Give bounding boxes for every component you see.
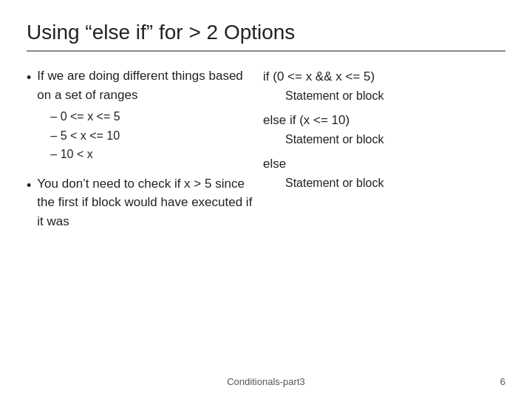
slide-title: Using “else if” for > 2 Options bbox=[27, 21, 505, 44]
code-line-2: else if (x <= 10) bbox=[263, 110, 505, 130]
footer-page-number: 6 bbox=[500, 376, 505, 387]
code-indent-1: Statement or block bbox=[285, 86, 505, 106]
code-indent-3: Statement or block bbox=[285, 174, 505, 193]
slide: Using “else if” for > 2 Options • If we … bbox=[0, 0, 532, 399]
bullet-item-1: • If we are doing different things based… bbox=[27, 66, 256, 164]
content-row: • If we are doing different things based… bbox=[27, 66, 505, 235]
bullet-item-2: • You don’t need to check if x > 5 since… bbox=[27, 174, 256, 231]
title-area: Using “else if” for > 2 Options bbox=[27, 21, 505, 52]
sub-list: 0 <= x <= 5 5 < x <= 10 10 < x bbox=[50, 107, 256, 164]
sub-item-1: 0 <= x <= 5 bbox=[50, 107, 256, 126]
right-column: if (0 <= x && x <= 5) Statement or block… bbox=[256, 66, 505, 192]
sub-item-3: 10 < x bbox=[50, 145, 256, 164]
bullet-dot-1: • bbox=[27, 68, 31, 88]
code-indent-2: Statement or block bbox=[285, 130, 505, 149]
bullet-text-1: If we are doing different things based o… bbox=[37, 66, 256, 164]
footer-center-text: Conditionals-part3 bbox=[227, 376, 305, 387]
left-column: • If we are doing different things based… bbox=[27, 66, 256, 235]
bullet-dot-2: • bbox=[27, 176, 31, 196]
bullet-text-2: You don’t need to check if x > 5 since t… bbox=[37, 174, 256, 231]
code-line-3: else bbox=[263, 154, 505, 174]
bullet1-text: If we are doing different things based o… bbox=[37, 69, 242, 102]
sub-item-2: 5 < x <= 10 bbox=[50, 126, 256, 146]
bullet2-text: You don’t need to check if x > 5 since t… bbox=[37, 177, 252, 228]
code-line-1: if (0 <= x && x <= 5) bbox=[263, 66, 505, 86]
footer: Conditionals-part3 6 bbox=[0, 376, 532, 387]
